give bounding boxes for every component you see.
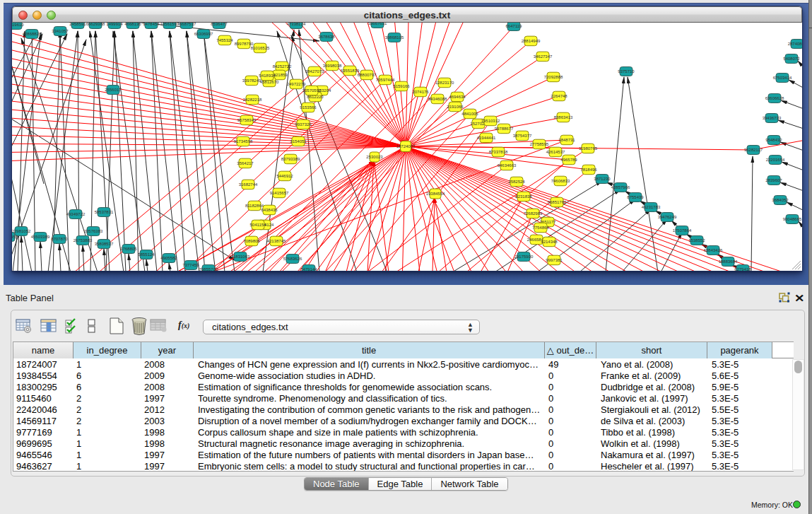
svg-text:20570592: 20570592 (302, 88, 322, 93)
svg-text:4841005: 4841005 (461, 112, 478, 116)
svg-text:6438436: 6438436 (261, 208, 278, 212)
svg-text:46231783: 46231783 (642, 205, 661, 209)
svg-text:26753883: 26753883 (73, 238, 93, 243)
svg-text:99788677: 99788677 (495, 127, 514, 131)
svg-text:68800797: 68800797 (358, 73, 377, 77)
svg-text:9548432: 9548432 (765, 138, 782, 142)
svg-text:28814949: 28814949 (522, 39, 541, 43)
svg-text:7377459: 7377459 (182, 263, 199, 267)
svg-text:2839607: 2839607 (765, 178, 782, 182)
svg-text:55667651: 55667651 (368, 23, 387, 25)
svg-text:31831063: 31831063 (231, 255, 250, 259)
svg-text:2264748: 2264748 (551, 94, 567, 98)
svg-text:57683626: 57683626 (283, 257, 302, 261)
svg-text:56164955: 56164955 (12, 235, 18, 239)
svg-text:70597444: 70597444 (376, 78, 395, 82)
svg-text:47338124: 47338124 (287, 23, 306, 26)
svg-text:5418934: 5418934 (259, 74, 276, 78)
svg-text:27758595: 27758595 (530, 142, 549, 146)
svg-text:7754864: 7754864 (532, 226, 549, 230)
svg-text:38754377: 38754377 (513, 134, 532, 138)
svg-text:7455324: 7455324 (216, 38, 233, 42)
svg-text:1848731: 1848731 (558, 138, 575, 142)
svg-text:9375710: 9375710 (618, 69, 635, 74)
svg-text:66629388: 66629388 (86, 23, 105, 26)
svg-text:4214348: 4214348 (541, 240, 558, 244)
svg-text:6647119: 6647119 (506, 24, 523, 28)
svg-text:9997381: 9997381 (546, 258, 563, 262)
svg-text:58537831: 58537831 (95, 210, 114, 214)
svg-text:2556017: 2556017 (105, 88, 122, 92)
svg-text:81016525: 81016525 (251, 46, 270, 50)
svg-text:35808537: 35808537 (95, 242, 114, 246)
svg-text:24972279: 24972279 (287, 82, 306, 86)
svg-text:3564217: 3564217 (237, 161, 254, 165)
svg-text:11980765: 11980765 (579, 146, 598, 151)
svg-text:39476249: 39476249 (658, 215, 677, 219)
svg-text:45503389: 45503389 (31, 235, 50, 239)
svg-text:49349722: 49349722 (66, 212, 86, 216)
svg-text:7818496: 7818496 (580, 168, 597, 172)
svg-text:8755439: 8755439 (627, 195, 644, 199)
svg-text:66306997: 66306997 (194, 32, 213, 36)
svg-text:1499914: 1499914 (106, 23, 123, 26)
svg-text:42857966: 42857966 (611, 185, 630, 189)
svg-text:4694634: 4694634 (449, 95, 466, 99)
svg-text:9478454: 9478454 (143, 23, 160, 26)
svg-text:1419610: 1419610 (12, 23, 24, 27)
svg-text:2074176: 2074176 (412, 90, 429, 94)
svg-text:84252722: 84252722 (273, 64, 292, 69)
svg-text:8707870: 8707870 (51, 237, 68, 241)
svg-text:63843426: 63843426 (704, 248, 723, 252)
svg-text:9153566: 9153566 (300, 105, 317, 110)
svg-text:31682744: 31682744 (239, 182, 258, 187)
svg-text:34627347: 34627347 (534, 54, 553, 59)
svg-text:70855700: 70855700 (199, 267, 218, 271)
svg-text:3871230: 3871230 (594, 177, 611, 181)
svg-text:2191066: 2191066 (447, 105, 464, 109)
svg-text:5855124: 5855124 (138, 252, 155, 257)
svg-text:30868105: 30868105 (385, 35, 404, 40)
svg-text:38427073: 38427073 (305, 69, 324, 74)
svg-text:20576383: 20576383 (84, 229, 103, 233)
svg-text:19384554: 19384554 (426, 192, 445, 196)
svg-text:24282218: 24282218 (243, 98, 262, 102)
svg-text:3684052: 3684052 (772, 198, 789, 202)
svg-text:22201654: 22201654 (766, 158, 785, 162)
svg-text:4905582: 4905582 (160, 256, 177, 260)
svg-text:83793389: 83793389 (281, 157, 300, 161)
svg-text:5479144: 5479144 (300, 267, 317, 271)
svg-text:6279418: 6279418 (734, 267, 751, 271)
svg-text:74606833: 74606833 (551, 179, 570, 183)
svg-text:28740864: 28740864 (788, 42, 802, 46)
svg-text:12823170: 12823170 (435, 81, 454, 85)
svg-text:4965789: 4965789 (560, 158, 577, 162)
svg-text:2530023: 2530023 (366, 155, 383, 159)
svg-text:2582524: 2582524 (508, 180, 525, 184)
svg-text:5159166: 5159166 (393, 84, 410, 88)
svg-text:72092888: 72092888 (544, 75, 563, 79)
svg-text:42138745: 42138745 (267, 239, 286, 243)
svg-text:18883684: 18883684 (719, 259, 738, 264)
svg-text:63606628: 63606628 (765, 96, 784, 100)
svg-text:83863413: 83863413 (554, 115, 573, 119)
svg-text:36998038: 36998038 (323, 64, 342, 68)
svg-text:17507864: 17507864 (673, 228, 692, 233)
svg-text:1768805: 1768805 (120, 247, 137, 251)
svg-text:3678638: 3678638 (318, 35, 335, 39)
svg-text:3341057: 3341057 (52, 29, 69, 33)
svg-text:33978249: 33978249 (242, 78, 261, 83)
svg-text:36687537: 36687537 (177, 23, 196, 26)
svg-text:19510312: 19510312 (481, 119, 500, 123)
svg-text:91415657: 91415657 (270, 191, 289, 195)
svg-text:87337818: 87337818 (489, 150, 508, 154)
svg-text:5041154: 5041154 (250, 223, 267, 227)
svg-text:84346088: 84346088 (428, 97, 447, 101)
svg-text:90048665: 90048665 (783, 217, 802, 221)
svg-text:7089806: 7089806 (243, 239, 260, 243)
svg-text:72682989: 72682989 (524, 211, 543, 216)
svg-text:95758349: 95758349 (237, 118, 257, 122)
svg-text:3154051: 3154051 (290, 139, 307, 144)
svg-text:9937326: 9937326 (295, 122, 312, 127)
svg-text:39436733: 39436733 (763, 116, 782, 120)
